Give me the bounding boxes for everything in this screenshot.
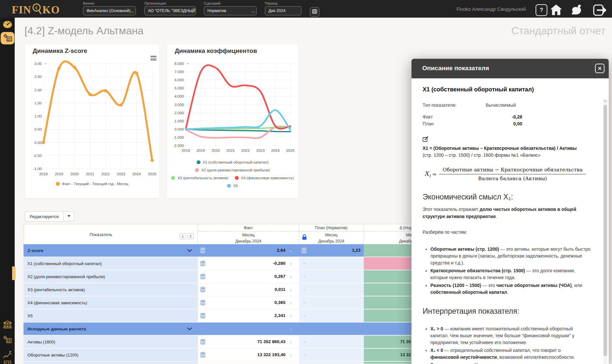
fact-value: 0,011	[275, 287, 285, 292]
home-icon	[550, 4, 562, 17]
legend-item[interactable]: X4 (финансовая зависимость)	[235, 176, 294, 180]
legend-dot-icon	[195, 168, 199, 172]
sidebar-item-finanalysis[interactable]	[0, 336, 15, 344]
info-value: 0,00	[486, 121, 522, 126]
unit-suffix[interactable]: т	[290, 288, 291, 292]
unit-suffix[interactable]: т	[290, 249, 291, 253]
svg-text:2020: 2020	[212, 149, 220, 152]
table-header: Показатель 1 2 Факт Месяц Декабрь 2024 П…	[24, 224, 460, 244]
table-row[interactable]: Исходные данные расчета –т –	[24, 323, 460, 335]
filter-organization-select[interactable]: АО "ОТЕЛЬ "ЗВЕЗДНЫЙ"	[144, 6, 196, 15]
close-button[interactable]: ✕	[595, 64, 604, 73]
filter-business-select[interactable]: ФинАнализ (Основной)	[83, 6, 136, 15]
svg-text:2023: 2023	[256, 149, 265, 152]
row-label: Активы (1600)	[24, 340, 55, 344]
home-button[interactable]	[550, 4, 562, 17]
coefficients-chart-card: 8.0007.0006.0005.0004.0003.0002.0001.000…	[167, 44, 298, 198]
info-label: План	[423, 121, 486, 126]
lock-icon[interactable]	[302, 234, 307, 242]
filter-business: Бизнес ФинАнализ (Основной)	[83, 1, 136, 15]
svg-text:2018: 2018	[182, 149, 190, 152]
unit-suffix[interactable]: т	[290, 327, 291, 331]
unit-suffix[interactable]: т	[290, 275, 291, 279]
sidebar-item-growth[interactable]	[0, 351, 15, 360]
table-row[interactable]: Z-score 2,64т 1,23	[24, 244, 460, 257]
legend-item[interactable]: X5	[227, 184, 238, 188]
legend-item[interactable]: X1 (собственный оборотный капитал)	[197, 160, 269, 164]
svg-text:2021: 2021	[86, 172, 94, 176]
fact-value: 71 352 860,43	[257, 339, 285, 344]
indicators-table: Показатель 1 2 Факт Месяц Декабрь 2024 П…	[24, 224, 460, 364]
modal-scrollbar[interactable]	[603, 99, 607, 364]
indicator-column-title: Показатель	[24, 224, 178, 245]
sidebar-item-finanalysis-active[interactable]	[1, 32, 14, 44]
unit-suffix[interactable]: т	[290, 301, 291, 305]
header-col-fact: Факт Месяц Декабрь 2024	[198, 224, 299, 245]
sidebar-expand-handle[interactable]	[12, 266, 16, 280]
help-button[interactable]: ?	[536, 4, 547, 16]
chart-title: Динамика Z-score	[33, 47, 87, 55]
unit-suffix[interactable]: т	[290, 340, 291, 344]
pager-button-2[interactable]: 2	[187, 233, 194, 239]
pager-button-1[interactable]: 1	[180, 233, 186, 239]
legend-dot-icon	[56, 182, 60, 186]
legend-item[interactable]: Факт - Текущий - Текущий год - Месяц	[56, 182, 128, 186]
legend-dot-icon	[227, 184, 231, 188]
legend-item[interactable]: X2 (доля реинвестированной прибыли)	[195, 168, 270, 172]
filter-scenario-select[interactable]: Норматив	[204, 6, 257, 15]
edit-formula-button[interactable]	[423, 136, 590, 143]
zscore-chart: 3.002.502.001.501.000.500.00-0.50-1.0020…	[25, 44, 159, 198]
info-label: Тип показателя:	[423, 103, 486, 108]
gauge-icon	[2, 20, 13, 30]
sidebar-item-bank[interactable]	[0, 321, 15, 330]
filter-organization-label: Организация	[144, 1, 196, 5]
modal-body: X1 (собственный оборотный капитал) Тип п…	[411, 78, 609, 364]
math-denominator: Валюта баланса (Активы)	[439, 174, 586, 182]
table-row: X4 (финансовая зависимость) 0,365т –	[24, 296, 460, 309]
svg-text:2023: 2023	[117, 172, 125, 176]
sidebar-item-dashboard[interactable]	[0, 20, 15, 30]
row-label: Оборотные активы (1200)	[24, 353, 78, 357]
sidebar	[0, 18, 15, 364]
svg-text:2020: 2020	[70, 172, 79, 176]
unit-suffix[interactable]: т	[290, 314, 291, 318]
scroll-up-arrow-icon[interactable]	[603, 99, 607, 104]
unit-suffix[interactable]: т	[290, 262, 291, 266]
assistant-button[interactable]	[570, 4, 583, 17]
fact-value: -0,280	[273, 261, 285, 266]
sidebar-item-building[interactable]	[0, 360, 15, 364]
chart-menu-icon[interactable]	[151, 56, 156, 61]
header-col-indicator: Показатель 1 2	[24, 224, 198, 245]
scrollbar-thumb[interactable]	[604, 105, 607, 356]
svg-text:2019: 2019	[197, 149, 205, 152]
info-row: Тип показателя: Вычисляемый	[423, 102, 590, 108]
legend-item[interactable]: X3 (рентабельность активов)	[171, 176, 228, 180]
fact-value: 2,64	[277, 248, 285, 253]
calendar-icon	[312, 9, 317, 15]
logout-button[interactable]	[593, 4, 607, 17]
finoko-logo[interactable]: FIN € KO	[12, 3, 60, 17]
filter-period: Период Дек 2024	[265, 1, 301, 15]
filter-period-select[interactable]: Дек 2024	[265, 6, 301, 15]
plan-empty-dash: –	[303, 326, 306, 331]
svg-text:2.000: 2.000	[174, 111, 184, 115]
table-pager: 1 2	[180, 233, 194, 239]
indicator-info: Тип показателя: Вычисляемый Факт -0,28 П…	[423, 102, 590, 127]
filter-organization: Организация АО "ОТЕЛЬ "ЗВЕЗДНЫЙ"	[144, 1, 196, 15]
legend-label: X4 (финансовая зависимость)	[241, 176, 294, 180]
svg-text:3.000: 3.000	[174, 103, 184, 107]
user-name: Finoko Александр Сандульский	[457, 7, 526, 12]
bullet-item: Большое значение X₁ — компания имеет зна…	[430, 362, 590, 364]
bullet-item: Краткосрочные обязательства (стр. 1500) …	[430, 267, 590, 281]
unit-suffix[interactable]: т	[290, 354, 291, 357]
modal-title: Описание показателя	[422, 65, 489, 72]
svg-text:2022: 2022	[101, 172, 110, 176]
svg-text:5.000: 5.000	[174, 86, 184, 90]
factory-gear-icon	[3, 336, 12, 344]
edit-dropdown-button[interactable]	[64, 211, 74, 221]
legend-label: X3 (рентабельность активов)	[177, 176, 228, 180]
growth-chart-flag-icon	[3, 351, 12, 360]
calendar-button[interactable]	[310, 7, 319, 17]
edit-status-button[interactable]: Редактируется	[25, 211, 64, 222]
bank-building-icon	[3, 321, 12, 330]
